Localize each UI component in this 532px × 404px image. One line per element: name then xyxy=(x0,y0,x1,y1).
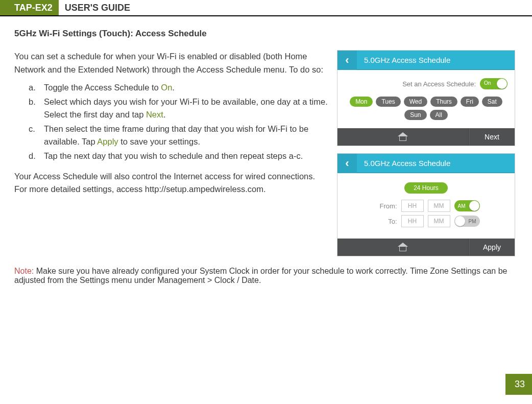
back-chevron-icon[interactable]: ‹ xyxy=(337,154,357,173)
product-badge: TAP-EX2 xyxy=(8,0,59,15)
phone-mockup-days: ‹ 5.0GHz Access Schedule Set an Access S… xyxy=(337,50,515,146)
to-mm-input[interactable]: MM xyxy=(428,215,450,227)
to-hh-input[interactable]: HH xyxy=(401,215,424,227)
header-accent xyxy=(0,0,8,15)
intro-paragraph: You can set a schedule for when your Wi-… xyxy=(14,50,328,76)
from-hh-input[interactable]: HH xyxy=(401,200,424,212)
note-label: Note: xyxy=(14,267,34,275)
section-heading: 5GHz Wi-Fi Settings (Touch): Access Sche… xyxy=(14,29,518,39)
body-text-column: You can set a schedule for when your Wi-… xyxy=(14,50,328,264)
to-label: To: xyxy=(373,218,397,225)
step-marker: a. xyxy=(29,81,36,94)
back-chevron-icon[interactable]: ‹ xyxy=(337,51,357,70)
step-highlight: Apply xyxy=(97,137,118,146)
home-button[interactable] xyxy=(337,128,469,146)
step-list: a. Toggle the Access Schedule to On. b. … xyxy=(14,81,328,162)
toggle-knob xyxy=(469,201,479,211)
hours-pill[interactable]: 24 Hours xyxy=(404,182,448,194)
to-row: To: HH MM PM xyxy=(345,215,507,227)
from-row: From: HH MM AM xyxy=(345,200,507,212)
phone-body: Set an Access Schedule: On Mon Tues Wed … xyxy=(337,70,515,128)
toggle-knob xyxy=(455,216,465,226)
phone-footer: Apply xyxy=(337,239,515,256)
phone-title: 5.0GHz Access Schedule xyxy=(357,56,515,64)
day-pill-mon[interactable]: Mon xyxy=(350,97,373,107)
from-mm-input[interactable]: MM xyxy=(428,200,450,212)
apply-button[interactable]: Apply xyxy=(469,239,515,256)
step-highlight: Next xyxy=(146,110,163,119)
day-selector: Mon Tues Wed Thurs Fri Sat Sun All xyxy=(345,97,507,120)
home-icon xyxy=(398,133,407,140)
screenshot-column: ‹ 5.0GHz Access Schedule Set an Access S… xyxy=(337,50,518,264)
step-highlight: On xyxy=(161,83,172,92)
note-body: Make sure you have already configured yo… xyxy=(14,267,507,284)
next-button[interactable]: Next xyxy=(469,128,515,146)
step-text-post: . xyxy=(163,110,166,119)
phone-body: 24 Hours From: HH MM AM To: HH xyxy=(337,173,515,239)
phone-header: ‹ 5.0GHz Access Schedule xyxy=(337,51,515,70)
phone-header: ‹ 5.0GHz Access Schedule xyxy=(337,154,515,173)
step-text: Select which days you wish for your Wi-F… xyxy=(44,97,328,120)
day-pill-thurs[interactable]: Thurs xyxy=(430,97,457,107)
day-pill-sun[interactable]: Sun xyxy=(404,110,426,120)
toggle-knob xyxy=(497,79,507,89)
step-a: a. Toggle the Access Schedule to On. xyxy=(33,81,328,94)
hours-row: 24 Hours xyxy=(345,182,507,194)
day-pill-wed[interactable]: Wed xyxy=(404,97,427,107)
from-ampm-toggle[interactable]: AM xyxy=(454,200,480,211)
toggle-label: On xyxy=(484,80,491,86)
step-text: Toggle the Access Schedule to xyxy=(44,83,161,92)
step-text: Tap the next day that you wish to schedu… xyxy=(44,151,303,160)
step-c: c. Then select the time frame during tha… xyxy=(33,123,328,149)
step-marker: b. xyxy=(29,96,36,109)
step-marker: c. xyxy=(29,123,35,136)
schedule-toggle-row: Set an Access Schedule: On xyxy=(345,78,507,89)
to-ampm-toggle[interactable]: PM xyxy=(454,216,480,227)
schedule-label: Set an Access Schedule: xyxy=(402,80,476,88)
ampm-label: PM xyxy=(469,219,476,224)
step-text-post: to save your settings. xyxy=(118,137,201,146)
page-header: TAP-EX2 USER'S GUIDE xyxy=(0,0,532,16)
phone-mockup-time: ‹ 5.0GHz Access Schedule 24 Hours From: … xyxy=(337,153,515,256)
phone-footer: Next xyxy=(337,128,515,146)
note-paragraph: Note: Make sure you have already configu… xyxy=(14,267,518,285)
day-pill-tues[interactable]: Tues xyxy=(376,97,400,107)
doc-title: USER'S GUIDE xyxy=(59,0,136,15)
day-pill-sat[interactable]: Sat xyxy=(482,97,502,107)
home-icon xyxy=(398,244,407,251)
from-label: From: xyxy=(373,202,397,210)
schedule-toggle[interactable]: On xyxy=(480,78,507,89)
page-number: 33 xyxy=(505,374,532,395)
step-text-post: . xyxy=(172,83,175,92)
home-button[interactable] xyxy=(337,239,469,256)
page-content: 5GHz Wi-Fi Settings (Touch): Access Sche… xyxy=(0,16,532,285)
ampm-label: AM xyxy=(458,203,466,209)
step-d: d. Tap the next day that you wish to sch… xyxy=(33,150,328,163)
day-pill-fri[interactable]: Fri xyxy=(461,97,479,107)
phone-title: 5.0GHz Access Schedule xyxy=(357,159,515,168)
step-marker: d. xyxy=(29,150,36,163)
outro-paragraph: Your Access Schedule will also control t… xyxy=(14,170,328,196)
step-b: b. Select which days you wish for your W… xyxy=(33,96,328,122)
day-pill-all[interactable]: All xyxy=(430,110,448,120)
